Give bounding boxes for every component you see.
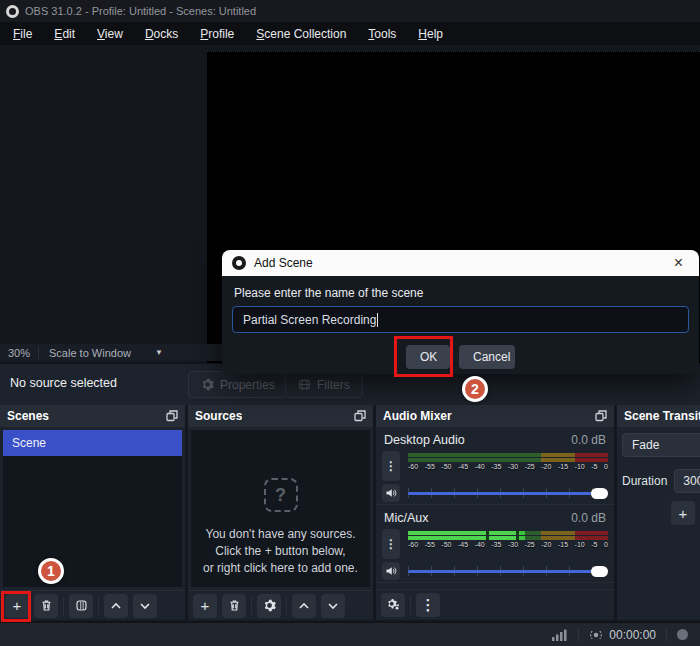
volume-meter: -60-55-50-45-40-35-30-25-20-15-10-50 [408,451,608,481]
gear-icon [263,599,276,612]
properties-label: Properties [220,378,275,392]
transition-select[interactable]: Fade [622,433,700,457]
scenes-list: Scene [3,430,182,587]
dialog-title: Add Scene [254,256,660,270]
sources-panel-title: Sources [195,409,242,423]
popout-icon[interactable] [354,410,366,422]
channel-level: 0.0 dB [571,511,606,525]
meter-scale: -60-55-50-45-40-35-30-25-20-15-10-50 [408,463,608,470]
divider [98,597,99,615]
volume-slider[interactable] [408,485,608,501]
preview-scale-bar: 30% Scale to Window ▼ [0,344,232,361]
menu-scene-collection[interactable]: Scene Collection [245,23,357,45]
dialog-body: Please enter the name of the scene Parti… [222,276,699,374]
divider [666,628,667,642]
obs-logo-icon [232,256,246,270]
channel-menu-button[interactable]: ⋮ [382,451,400,481]
move-scene-down-button[interactable] [133,594,157,618]
mixer-toolbar: ⋮ [376,590,614,620]
mixer-channel-desktop-audio: Desktop Audio 0.0 dB ⋮ -60-55-50-45-40-3… [376,427,614,505]
add-transition-button[interactable]: + [671,501,695,525]
dialog-prompt: Please enter the name of the scene [234,286,423,300]
channel-name: Desktop Audio [384,433,465,447]
slider-track [408,492,608,495]
status-bar: 00:00:00 [0,622,700,646]
filters-label: Filters [317,378,350,392]
empty-text-line: Click the + button below, [191,543,370,560]
sources-empty-state: ? You don't have any sources. Click the … [191,478,370,577]
divider [286,597,287,615]
chevron-down-icon [327,600,339,612]
mixer-empty-area [376,583,614,590]
sources-toolbar: + [188,590,373,620]
no-source-message: No source selected [10,376,117,390]
divider [410,596,411,614]
scene-transitions-body: Fade Duration 300 + [617,427,700,620]
menu-docks[interactable]: Docks [134,23,189,45]
chevron-down-icon[interactable]: ▼ [141,348,177,357]
menu-file[interactable]: File [2,23,43,45]
chevron-up-icon [298,600,310,612]
audio-mixer-title: Audio Mixer [383,409,452,423]
mute-button[interactable] [382,562,400,580]
move-scene-up-button[interactable] [104,594,128,618]
obs-logo-icon [6,5,19,18]
move-source-down-button[interactable] [321,594,345,618]
menu-help[interactable]: Help [407,23,454,45]
menu-tools[interactable]: Tools [357,23,407,45]
empty-text-line: or right click here to add one. [191,560,370,577]
add-source-button[interactable]: + [193,594,217,618]
audio-mixer-panel: Audio Mixer Desktop Audio 0.0 dB ⋮ -60-5… [376,405,614,620]
scene-transitions-panel: Scene Transitions Fade Duration 300 + [617,405,700,620]
gear-icon [201,378,214,391]
recording-time: 00:00:00 [609,628,656,642]
scene-filters-button[interactable] [69,594,93,618]
filters-button[interactable]: Filters [285,371,363,398]
scene-transitions-title: Scene Transitions [624,409,700,423]
volume-meter: -60-55-50-45-40-35-30-25-20-15-10-50 [408,529,608,559]
slider-handle[interactable] [591,488,608,499]
step-2-badge: 2 [462,376,488,402]
remove-source-button[interactable] [222,594,246,618]
close-icon[interactable]: × [668,255,689,271]
mixer-menu-button[interactable]: ⋮ [416,593,440,617]
speaker-icon [385,565,397,577]
menu-profile[interactable]: Profile [189,23,245,45]
scale-mode-label[interactable]: Scale to Window [39,347,141,359]
zoom-level: 30% [0,347,38,359]
sources-list[interactable]: ? You don't have any sources. Click the … [191,430,370,587]
dialog-titlebar: Add Scene × [222,250,699,276]
menu-edit[interactable]: Edit [43,23,86,45]
menu-view[interactable]: View [86,23,134,45]
status-dot-icon [677,629,688,640]
gear-sliders-icon [386,598,400,612]
duration-spinbox[interactable]: 300 [674,469,700,493]
menu-bar: File Edit View Docks Profile Scene Colle… [0,22,700,45]
properties-button[interactable]: Properties [188,371,288,398]
slider-handle[interactable] [591,566,608,577]
scene-list-item[interactable]: Scene [3,430,182,456]
duration-label: Duration [622,474,667,488]
add-scene-button[interactable]: + [5,594,29,618]
popout-icon[interactable] [595,410,607,422]
mute-button[interactable] [382,484,400,502]
channel-menu-button[interactable]: ⋮ [382,529,400,559]
channel-level: 0.0 dB [571,433,606,447]
obs-window: OBS 31.0.2 - Profile: Untitled - Scenes:… [0,0,700,646]
scene-name-value: Partial Screen Recording [243,313,376,327]
ok-button[interactable]: OK [406,345,450,369]
scenes-panel-header: Scenes [0,405,185,427]
scene-transitions-header: Scene Transitions [617,405,700,427]
filter-box-icon [75,599,88,612]
scenes-panel: Scenes Scene + [0,405,185,620]
popout-icon[interactable] [166,410,178,422]
cancel-button[interactable]: Cancel [459,345,515,369]
volume-slider[interactable] [408,563,608,579]
channel-name: Mic/Aux [384,511,428,525]
scene-name-input[interactable]: Partial Screen Recording [232,306,689,333]
source-properties-button[interactable] [257,594,281,618]
remove-scene-button[interactable] [34,594,58,618]
move-source-up-button[interactable] [292,594,316,618]
advanced-audio-properties-button[interactable] [381,593,405,617]
add-scene-dialog: Add Scene × Please enter the name of the… [222,250,699,374]
